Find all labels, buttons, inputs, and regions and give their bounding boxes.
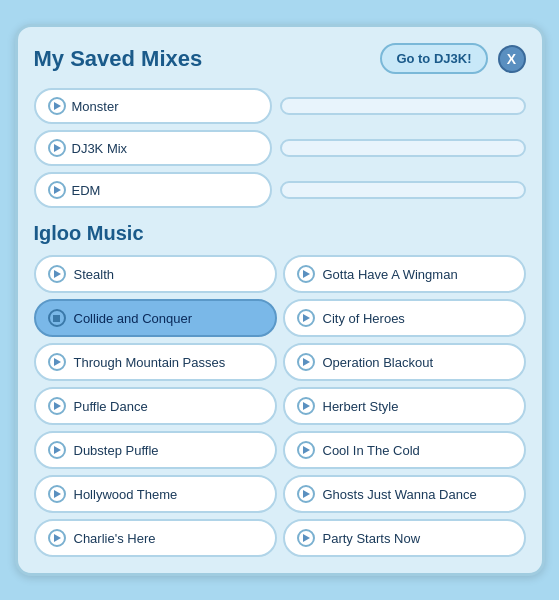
stop-icon [48,309,66,327]
music-label: Party Starts Now [323,531,421,546]
music-item-operation-blackout[interactable]: Operation Blackout [283,343,526,381]
music-label: Through Mountain Passes [74,355,226,370]
close-button[interactable]: X [498,45,526,73]
play-triangle-icon [54,490,61,498]
igloo-section-title: Igloo Music [34,222,526,245]
play-triangle-icon [303,358,310,366]
play-triangle-icon [54,144,61,152]
mix-item-monster[interactable]: Monster [34,88,272,124]
play-icon [297,485,315,503]
stop-square-icon [53,315,60,322]
mix-label: DJ3K Mix [72,141,128,156]
music-item-hollywood-theme[interactable]: Hollywood Theme [34,475,277,513]
play-triangle-icon [303,314,310,322]
mix-row-monster: Monster [34,88,526,124]
play-icon [48,139,66,157]
music-item-gotta-have-a-wingman[interactable]: Gotta Have A Wingman [283,255,526,293]
music-label: Cool In The Cold [323,443,420,458]
panel-header: My Saved Mixes Go to DJ3K! X [34,43,526,74]
mix-item-dj3k[interactable]: DJ3K Mix [34,130,272,166]
play-icon [48,441,66,459]
play-triangle-icon [54,186,61,194]
play-triangle-icon [303,402,310,410]
music-item-dubstep-puffle[interactable]: Dubstep Puffle [34,431,277,469]
music-label: Operation Blackout [323,355,434,370]
music-item-cool-in-the-cold[interactable]: Cool In The Cold [283,431,526,469]
mix-empty-dj3k [280,139,526,157]
panel-title: My Saved Mixes [34,46,203,72]
play-icon [297,353,315,371]
music-label: Gotta Have A Wingman [323,267,458,282]
play-icon [48,529,66,547]
music-item-ghosts-just-wanna-dance[interactable]: Ghosts Just Wanna Dance [283,475,526,513]
music-item-party-starts-now[interactable]: Party Starts Now [283,519,526,557]
play-icon [297,397,315,415]
play-icon [297,441,315,459]
music-label: City of Heroes [323,311,405,326]
play-icon [297,309,315,327]
music-item-through-mountain-passes[interactable]: Through Mountain Passes [34,343,277,381]
mix-label: Monster [72,99,119,114]
music-item-puffle-dance[interactable]: Puffle Dance [34,387,277,425]
header-actions: Go to DJ3K! X [380,43,525,74]
mix-empty-edm [280,181,526,199]
close-icon: X [507,51,516,67]
music-item-collide-and-conquer[interactable]: Collide and Conquer [34,299,277,337]
play-icon [297,529,315,547]
play-triangle-icon [54,102,61,110]
music-label: Hollywood Theme [74,487,178,502]
play-triangle-icon [303,446,310,454]
music-label: Ghosts Just Wanna Dance [323,487,477,502]
play-triangle-icon [54,358,61,366]
music-grid: Stealth Gotta Have A Wingman Collide and… [34,255,526,557]
igloo-section: Igloo Music Stealth Gotta Have A Wingman… [34,222,526,557]
music-item-stealth[interactable]: Stealth [34,255,277,293]
play-icon [48,181,66,199]
music-label: Puffle Dance [74,399,148,414]
play-icon [48,265,66,283]
mix-row-edm: EDM [34,172,526,208]
my-saved-mixes-panel: My Saved Mixes Go to DJ3K! X Monster DJ3… [15,24,545,576]
play-icon [297,265,315,283]
play-triangle-icon [303,534,310,542]
music-label: Stealth [74,267,114,282]
dj3k-button[interactable]: Go to DJ3K! [380,43,487,74]
mix-empty-monster [280,97,526,115]
play-triangle-icon [54,534,61,542]
mix-item-edm[interactable]: EDM [34,172,272,208]
mix-label: EDM [72,183,101,198]
play-triangle-icon [54,402,61,410]
music-item-herbert-style[interactable]: Herbert Style [283,387,526,425]
mix-row-dj3k: DJ3K Mix [34,130,526,166]
play-icon [48,97,66,115]
music-item-charlies-here[interactable]: Charlie's Here [34,519,277,557]
play-icon [48,485,66,503]
music-label: Collide and Conquer [74,311,193,326]
play-triangle-icon [303,270,310,278]
play-triangle-icon [54,446,61,454]
music-label: Dubstep Puffle [74,443,159,458]
play-triangle-icon [303,490,310,498]
play-triangle-icon [54,270,61,278]
play-icon [48,353,66,371]
music-item-city-of-heroes[interactable]: City of Heroes [283,299,526,337]
play-icon [48,397,66,415]
saved-mixes-section: Monster DJ3K Mix EDM [34,88,526,208]
music-label: Herbert Style [323,399,399,414]
music-label: Charlie's Here [74,531,156,546]
